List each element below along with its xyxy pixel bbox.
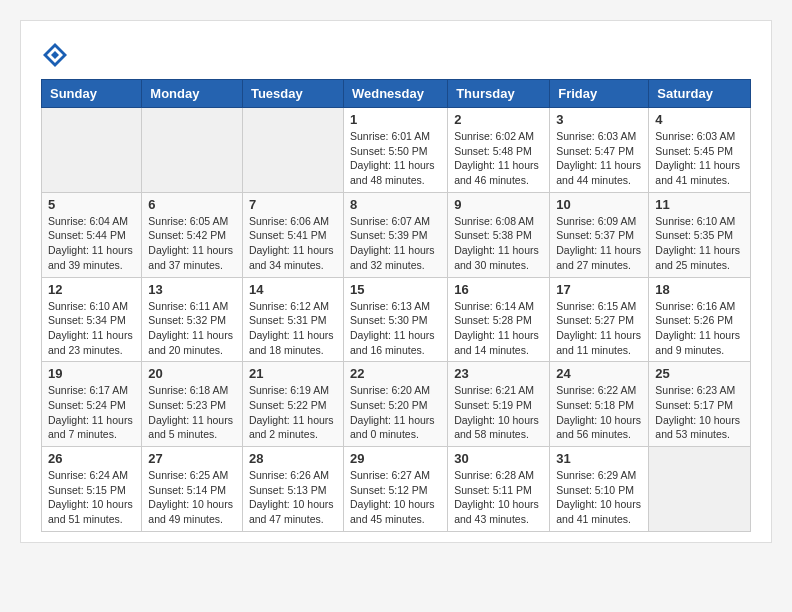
calendar-cell: 23Sunrise: 6:21 AM Sunset: 5:19 PM Dayli… — [448, 362, 550, 447]
calendar-cell: 2Sunrise: 6:02 AM Sunset: 5:48 PM Daylig… — [448, 108, 550, 193]
calendar-cell: 10Sunrise: 6:09 AM Sunset: 5:37 PM Dayli… — [550, 192, 649, 277]
calendar-week-row: 5Sunrise: 6:04 AM Sunset: 5:44 PM Daylig… — [42, 192, 751, 277]
day-info: Sunrise: 6:15 AM Sunset: 5:27 PM Dayligh… — [556, 299, 642, 358]
day-info: Sunrise: 6:19 AM Sunset: 5:22 PM Dayligh… — [249, 383, 337, 442]
weekday-header: Monday — [142, 80, 243, 108]
calendar-week-row: 26Sunrise: 6:24 AM Sunset: 5:15 PM Dayli… — [42, 447, 751, 532]
calendar-cell: 30Sunrise: 6:28 AM Sunset: 5:11 PM Dayli… — [448, 447, 550, 532]
day-info: Sunrise: 6:11 AM Sunset: 5:32 PM Dayligh… — [148, 299, 236, 358]
day-number: 29 — [350, 451, 441, 466]
calendar-cell: 9Sunrise: 6:08 AM Sunset: 5:38 PM Daylig… — [448, 192, 550, 277]
day-info: Sunrise: 6:24 AM Sunset: 5:15 PM Dayligh… — [48, 468, 135, 527]
calendar-cell: 6Sunrise: 6:05 AM Sunset: 5:42 PM Daylig… — [142, 192, 243, 277]
calendar-cell — [242, 108, 343, 193]
day-info: Sunrise: 6:14 AM Sunset: 5:28 PM Dayligh… — [454, 299, 543, 358]
calendar-cell: 27Sunrise: 6:25 AM Sunset: 5:14 PM Dayli… — [142, 447, 243, 532]
calendar-cell: 19Sunrise: 6:17 AM Sunset: 5:24 PM Dayli… — [42, 362, 142, 447]
calendar-cell: 11Sunrise: 6:10 AM Sunset: 5:35 PM Dayli… — [649, 192, 751, 277]
calendar-week-row: 19Sunrise: 6:17 AM Sunset: 5:24 PM Dayli… — [42, 362, 751, 447]
day-number: 28 — [249, 451, 337, 466]
day-number: 22 — [350, 366, 441, 381]
calendar-cell: 5Sunrise: 6:04 AM Sunset: 5:44 PM Daylig… — [42, 192, 142, 277]
calendar-cell: 17Sunrise: 6:15 AM Sunset: 5:27 PM Dayli… — [550, 277, 649, 362]
calendar-cell: 13Sunrise: 6:11 AM Sunset: 5:32 PM Dayli… — [142, 277, 243, 362]
day-number: 20 — [148, 366, 236, 381]
day-number: 9 — [454, 197, 543, 212]
day-info: Sunrise: 6:22 AM Sunset: 5:18 PM Dayligh… — [556, 383, 642, 442]
day-info: Sunrise: 6:10 AM Sunset: 5:35 PM Dayligh… — [655, 214, 744, 273]
day-number: 31 — [556, 451, 642, 466]
weekday-header: Sunday — [42, 80, 142, 108]
weekday-header: Friday — [550, 80, 649, 108]
calendar-cell: 4Sunrise: 6:03 AM Sunset: 5:45 PM Daylig… — [649, 108, 751, 193]
calendar-cell: 18Sunrise: 6:16 AM Sunset: 5:26 PM Dayli… — [649, 277, 751, 362]
day-number: 1 — [350, 112, 441, 127]
day-info: Sunrise: 6:06 AM Sunset: 5:41 PM Dayligh… — [249, 214, 337, 273]
day-info: Sunrise: 6:18 AM Sunset: 5:23 PM Dayligh… — [148, 383, 236, 442]
calendar-cell: 16Sunrise: 6:14 AM Sunset: 5:28 PM Dayli… — [448, 277, 550, 362]
calendar-cell: 31Sunrise: 6:29 AM Sunset: 5:10 PM Dayli… — [550, 447, 649, 532]
calendar-cell: 14Sunrise: 6:12 AM Sunset: 5:31 PM Dayli… — [242, 277, 343, 362]
day-number: 7 — [249, 197, 337, 212]
day-info: Sunrise: 6:28 AM Sunset: 5:11 PM Dayligh… — [454, 468, 543, 527]
day-info: Sunrise: 6:09 AM Sunset: 5:37 PM Dayligh… — [556, 214, 642, 273]
logo — [41, 41, 73, 69]
day-number: 17 — [556, 282, 642, 297]
day-info: Sunrise: 6:01 AM Sunset: 5:50 PM Dayligh… — [350, 129, 441, 188]
calendar-cell: 24Sunrise: 6:22 AM Sunset: 5:18 PM Dayli… — [550, 362, 649, 447]
day-number: 13 — [148, 282, 236, 297]
day-number: 14 — [249, 282, 337, 297]
weekday-header: Tuesday — [242, 80, 343, 108]
calendar-cell: 21Sunrise: 6:19 AM Sunset: 5:22 PM Dayli… — [242, 362, 343, 447]
calendar-cell: 20Sunrise: 6:18 AM Sunset: 5:23 PM Dayli… — [142, 362, 243, 447]
day-number: 27 — [148, 451, 236, 466]
day-number: 15 — [350, 282, 441, 297]
day-number: 6 — [148, 197, 236, 212]
day-info: Sunrise: 6:29 AM Sunset: 5:10 PM Dayligh… — [556, 468, 642, 527]
day-info: Sunrise: 6:17 AM Sunset: 5:24 PM Dayligh… — [48, 383, 135, 442]
day-number: 18 — [655, 282, 744, 297]
calendar-cell — [42, 108, 142, 193]
calendar-week-row: 12Sunrise: 6:10 AM Sunset: 5:34 PM Dayli… — [42, 277, 751, 362]
day-info: Sunrise: 6:12 AM Sunset: 5:31 PM Dayligh… — [249, 299, 337, 358]
day-number: 11 — [655, 197, 744, 212]
weekday-header: Saturday — [649, 80, 751, 108]
day-number: 4 — [655, 112, 744, 127]
calendar-cell: 8Sunrise: 6:07 AM Sunset: 5:39 PM Daylig… — [343, 192, 447, 277]
calendar-week-row: 1Sunrise: 6:01 AM Sunset: 5:50 PM Daylig… — [42, 108, 751, 193]
header — [41, 41, 751, 69]
weekday-header: Thursday — [448, 80, 550, 108]
main-container: SundayMondayTuesdayWednesdayThursdayFrid… — [20, 20, 772, 543]
day-info: Sunrise: 6:23 AM Sunset: 5:17 PM Dayligh… — [655, 383, 744, 442]
day-number: 21 — [249, 366, 337, 381]
day-number: 24 — [556, 366, 642, 381]
day-number: 5 — [48, 197, 135, 212]
day-number: 10 — [556, 197, 642, 212]
day-info: Sunrise: 6:25 AM Sunset: 5:14 PM Dayligh… — [148, 468, 236, 527]
day-number: 26 — [48, 451, 135, 466]
day-number: 30 — [454, 451, 543, 466]
day-info: Sunrise: 6:27 AM Sunset: 5:12 PM Dayligh… — [350, 468, 441, 527]
day-info: Sunrise: 6:03 AM Sunset: 5:45 PM Dayligh… — [655, 129, 744, 188]
day-info: Sunrise: 6:21 AM Sunset: 5:19 PM Dayligh… — [454, 383, 543, 442]
day-number: 8 — [350, 197, 441, 212]
day-number: 25 — [655, 366, 744, 381]
calendar-cell: 29Sunrise: 6:27 AM Sunset: 5:12 PM Dayli… — [343, 447, 447, 532]
day-info: Sunrise: 6:07 AM Sunset: 5:39 PM Dayligh… — [350, 214, 441, 273]
calendar-cell: 1Sunrise: 6:01 AM Sunset: 5:50 PM Daylig… — [343, 108, 447, 193]
day-info: Sunrise: 6:26 AM Sunset: 5:13 PM Dayligh… — [249, 468, 337, 527]
day-number: 16 — [454, 282, 543, 297]
day-info: Sunrise: 6:13 AM Sunset: 5:30 PM Dayligh… — [350, 299, 441, 358]
logo-icon — [41, 41, 69, 69]
day-number: 3 — [556, 112, 642, 127]
day-info: Sunrise: 6:20 AM Sunset: 5:20 PM Dayligh… — [350, 383, 441, 442]
day-info: Sunrise: 6:16 AM Sunset: 5:26 PM Dayligh… — [655, 299, 744, 358]
calendar-cell — [649, 447, 751, 532]
calendar-cell — [142, 108, 243, 193]
calendar-cell: 26Sunrise: 6:24 AM Sunset: 5:15 PM Dayli… — [42, 447, 142, 532]
weekday-header: Wednesday — [343, 80, 447, 108]
day-number: 2 — [454, 112, 543, 127]
calendar-table: SundayMondayTuesdayWednesdayThursdayFrid… — [41, 79, 751, 532]
calendar-cell: 15Sunrise: 6:13 AM Sunset: 5:30 PM Dayli… — [343, 277, 447, 362]
calendar-header-row: SundayMondayTuesdayWednesdayThursdayFrid… — [42, 80, 751, 108]
